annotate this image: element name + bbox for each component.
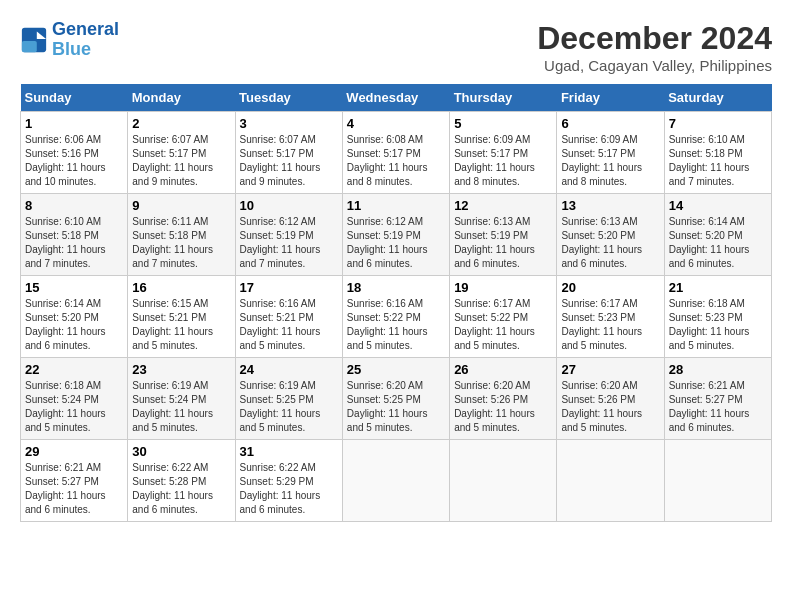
calendar-cell	[450, 440, 557, 522]
day-number: 29	[25, 444, 123, 459]
day-info: Sunrise: 6:17 AM Sunset: 5:22 PM Dayligh…	[454, 297, 552, 353]
day-info: Sunrise: 6:22 AM Sunset: 5:28 PM Dayligh…	[132, 461, 230, 517]
day-info: Sunrise: 6:19 AM Sunset: 5:24 PM Dayligh…	[132, 379, 230, 435]
day-number: 3	[240, 116, 338, 131]
calendar-header-thursday: Thursday	[450, 84, 557, 112]
calendar-cell: 24 Sunrise: 6:19 AM Sunset: 5:25 PM Dayl…	[235, 358, 342, 440]
day-number: 22	[25, 362, 123, 377]
calendar-cell: 2 Sunrise: 6:07 AM Sunset: 5:17 PM Dayli…	[128, 112, 235, 194]
day-number: 5	[454, 116, 552, 131]
calendar-cell: 7 Sunrise: 6:10 AM Sunset: 5:18 PM Dayli…	[664, 112, 771, 194]
day-number: 11	[347, 198, 445, 213]
logo-line1: General	[52, 19, 119, 39]
calendar-cell: 11 Sunrise: 6:12 AM Sunset: 5:19 PM Dayl…	[342, 194, 449, 276]
day-number: 14	[669, 198, 767, 213]
calendar-header-saturday: Saturday	[664, 84, 771, 112]
calendar-header-tuesday: Tuesday	[235, 84, 342, 112]
calendar-cell: 31 Sunrise: 6:22 AM Sunset: 5:29 PM Dayl…	[235, 440, 342, 522]
logo: General Blue	[20, 20, 119, 60]
calendar-header-monday: Monday	[128, 84, 235, 112]
day-number: 12	[454, 198, 552, 213]
calendar-cell: 23 Sunrise: 6:19 AM Sunset: 5:24 PM Dayl…	[128, 358, 235, 440]
day-info: Sunrise: 6:12 AM Sunset: 5:19 PM Dayligh…	[240, 215, 338, 271]
day-info: Sunrise: 6:15 AM Sunset: 5:21 PM Dayligh…	[132, 297, 230, 353]
day-number: 15	[25, 280, 123, 295]
day-number: 4	[347, 116, 445, 131]
calendar-table: SundayMondayTuesdayWednesdayThursdayFrid…	[20, 84, 772, 522]
day-info: Sunrise: 6:07 AM Sunset: 5:17 PM Dayligh…	[240, 133, 338, 189]
day-info: Sunrise: 6:17 AM Sunset: 5:23 PM Dayligh…	[561, 297, 659, 353]
logo-text: General Blue	[52, 20, 119, 60]
day-info: Sunrise: 6:09 AM Sunset: 5:17 PM Dayligh…	[454, 133, 552, 189]
calendar-cell: 10 Sunrise: 6:12 AM Sunset: 5:19 PM Dayl…	[235, 194, 342, 276]
day-info: Sunrise: 6:20 AM Sunset: 5:25 PM Dayligh…	[347, 379, 445, 435]
day-info: Sunrise: 6:11 AM Sunset: 5:18 PM Dayligh…	[132, 215, 230, 271]
calendar-cell: 3 Sunrise: 6:07 AM Sunset: 5:17 PM Dayli…	[235, 112, 342, 194]
day-number: 23	[132, 362, 230, 377]
day-number: 2	[132, 116, 230, 131]
day-info: Sunrise: 6:08 AM Sunset: 5:17 PM Dayligh…	[347, 133, 445, 189]
day-info: Sunrise: 6:21 AM Sunset: 5:27 PM Dayligh…	[25, 461, 123, 517]
day-info: Sunrise: 6:16 AM Sunset: 5:22 PM Dayligh…	[347, 297, 445, 353]
day-info: Sunrise: 6:10 AM Sunset: 5:18 PM Dayligh…	[25, 215, 123, 271]
day-number: 1	[25, 116, 123, 131]
calendar-cell: 6 Sunrise: 6:09 AM Sunset: 5:17 PM Dayli…	[557, 112, 664, 194]
day-number: 24	[240, 362, 338, 377]
calendar-week-1: 1 Sunrise: 6:06 AM Sunset: 5:16 PM Dayli…	[21, 112, 772, 194]
calendar-cell: 19 Sunrise: 6:17 AM Sunset: 5:22 PM Dayl…	[450, 276, 557, 358]
logo-line2: Blue	[52, 39, 91, 59]
svg-rect-2	[22, 41, 37, 52]
calendar-cell: 1 Sunrise: 6:06 AM Sunset: 5:16 PM Dayli…	[21, 112, 128, 194]
day-number: 21	[669, 280, 767, 295]
day-number: 30	[132, 444, 230, 459]
day-number: 20	[561, 280, 659, 295]
day-info: Sunrise: 6:06 AM Sunset: 5:16 PM Dayligh…	[25, 133, 123, 189]
day-number: 7	[669, 116, 767, 131]
calendar-week-3: 15 Sunrise: 6:14 AM Sunset: 5:20 PM Dayl…	[21, 276, 772, 358]
day-number: 10	[240, 198, 338, 213]
day-info: Sunrise: 6:20 AM Sunset: 5:26 PM Dayligh…	[454, 379, 552, 435]
page-title: December 2024	[537, 20, 772, 57]
header: General Blue December 2024 Ugad, Cagayan…	[20, 20, 772, 74]
page-subtitle: Ugad, Cagayan Valley, Philippines	[537, 57, 772, 74]
title-area: December 2024 Ugad, Cagayan Valley, Phil…	[537, 20, 772, 74]
calendar-cell: 17 Sunrise: 6:16 AM Sunset: 5:21 PM Dayl…	[235, 276, 342, 358]
calendar-cell: 8 Sunrise: 6:10 AM Sunset: 5:18 PM Dayli…	[21, 194, 128, 276]
calendar-header-row: SundayMondayTuesdayWednesdayThursdayFrid…	[21, 84, 772, 112]
calendar-cell: 16 Sunrise: 6:15 AM Sunset: 5:21 PM Dayl…	[128, 276, 235, 358]
logo-icon	[20, 26, 48, 54]
calendar-cell: 21 Sunrise: 6:18 AM Sunset: 5:23 PM Dayl…	[664, 276, 771, 358]
calendar-header-sunday: Sunday	[21, 84, 128, 112]
calendar-cell: 26 Sunrise: 6:20 AM Sunset: 5:26 PM Dayl…	[450, 358, 557, 440]
calendar-cell: 22 Sunrise: 6:18 AM Sunset: 5:24 PM Dayl…	[21, 358, 128, 440]
day-info: Sunrise: 6:20 AM Sunset: 5:26 PM Dayligh…	[561, 379, 659, 435]
day-info: Sunrise: 6:16 AM Sunset: 5:21 PM Dayligh…	[240, 297, 338, 353]
calendar-cell: 4 Sunrise: 6:08 AM Sunset: 5:17 PM Dayli…	[342, 112, 449, 194]
day-number: 6	[561, 116, 659, 131]
day-number: 16	[132, 280, 230, 295]
calendar-week-2: 8 Sunrise: 6:10 AM Sunset: 5:18 PM Dayli…	[21, 194, 772, 276]
calendar-cell: 14 Sunrise: 6:14 AM Sunset: 5:20 PM Dayl…	[664, 194, 771, 276]
day-number: 9	[132, 198, 230, 213]
calendar-cell	[557, 440, 664, 522]
day-number: 31	[240, 444, 338, 459]
calendar-cell: 28 Sunrise: 6:21 AM Sunset: 5:27 PM Dayl…	[664, 358, 771, 440]
day-number: 19	[454, 280, 552, 295]
calendar-header-friday: Friday	[557, 84, 664, 112]
day-number: 25	[347, 362, 445, 377]
day-info: Sunrise: 6:14 AM Sunset: 5:20 PM Dayligh…	[25, 297, 123, 353]
day-number: 26	[454, 362, 552, 377]
calendar-cell: 5 Sunrise: 6:09 AM Sunset: 5:17 PM Dayli…	[450, 112, 557, 194]
calendar-cell	[664, 440, 771, 522]
day-info: Sunrise: 6:19 AM Sunset: 5:25 PM Dayligh…	[240, 379, 338, 435]
day-number: 17	[240, 280, 338, 295]
calendar-cell: 25 Sunrise: 6:20 AM Sunset: 5:25 PM Dayl…	[342, 358, 449, 440]
calendar-cell: 29 Sunrise: 6:21 AM Sunset: 5:27 PM Dayl…	[21, 440, 128, 522]
day-info: Sunrise: 6:21 AM Sunset: 5:27 PM Dayligh…	[669, 379, 767, 435]
calendar-cell: 12 Sunrise: 6:13 AM Sunset: 5:19 PM Dayl…	[450, 194, 557, 276]
calendar-cell: 15 Sunrise: 6:14 AM Sunset: 5:20 PM Dayl…	[21, 276, 128, 358]
calendar-cell: 30 Sunrise: 6:22 AM Sunset: 5:28 PM Dayl…	[128, 440, 235, 522]
calendar-cell: 18 Sunrise: 6:16 AM Sunset: 5:22 PM Dayl…	[342, 276, 449, 358]
day-number: 8	[25, 198, 123, 213]
day-number: 13	[561, 198, 659, 213]
